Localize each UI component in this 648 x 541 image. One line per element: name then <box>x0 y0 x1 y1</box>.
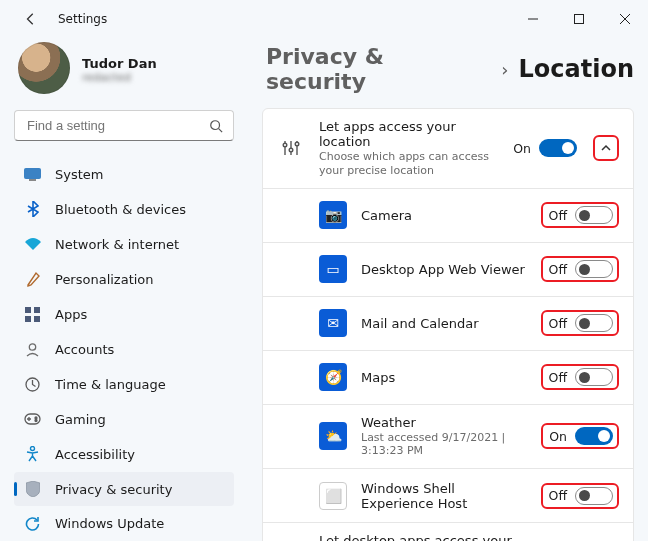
collapse-button[interactable] <box>593 135 619 161</box>
sidebar-item-label: Personalization <box>55 272 154 287</box>
app-name: Mail and Calendar <box>361 316 527 331</box>
row-let-apps-access-location: Let apps access your locationChoose whic… <box>263 109 633 188</box>
row-desktop-app-web-viewer: ▭Desktop App Web ViewerOff <box>263 242 633 296</box>
svg-rect-2 <box>25 168 41 178</box>
app-subtitle: Last accessed 9/17/2021 | 3:13:23 PM <box>361 431 527 459</box>
location-apps-panel: Let apps access your locationChoose whic… <box>262 108 634 541</box>
page-title: Location <box>519 55 634 83</box>
header-subtitle: Choose which apps can access your precis… <box>319 150 491 178</box>
update-icon <box>24 515 41 532</box>
sidebar-item-bluetooth[interactable]: Bluetooth & devices <box>14 192 234 226</box>
titlebar: Settings <box>0 0 648 38</box>
row-camera: 📷CameraOff <box>263 188 633 242</box>
camera-toggle-label: Off <box>547 208 567 223</box>
desktop-app-web-viewer-icon: ▭ <box>319 255 347 283</box>
privacy-icon <box>24 481 41 498</box>
sidebar-item-privacy[interactable]: Privacy & security <box>14 472 234 506</box>
row-mail-and-calendar: ✉Mail and CalendarOff <box>263 296 633 350</box>
sidebar-item-network[interactable]: Network & internet <box>14 227 234 261</box>
app-name: Desktop App Web Viewer <box>361 262 527 277</box>
svg-rect-5 <box>34 307 40 313</box>
svg-rect-7 <box>34 316 40 322</box>
main-content: Privacy & security › Location Let apps a… <box>248 38 648 541</box>
header-toggle-label: On <box>511 141 531 156</box>
windows-shell-experience-host-toggle[interactable] <box>575 487 613 505</box>
app-name: Camera <box>361 208 527 223</box>
sidebar-nav: SystemBluetooth & devicesNetwork & inter… <box>14 157 234 541</box>
sidebar-item-time[interactable]: Time & language <box>14 367 234 401</box>
desktop-app-web-viewer-toggle[interactable] <box>575 260 613 278</box>
sidebar-item-label: Privacy & security <box>55 482 172 497</box>
breadcrumb-separator: › <box>501 59 508 80</box>
row-let-desktop-apps-access-location: Let desktop apps access your locationDes… <box>263 522 633 541</box>
windows-shell-experience-host-toggle-group: Off <box>541 483 619 509</box>
svg-point-1 <box>211 120 220 129</box>
maps-toggle-group: Off <box>541 364 619 390</box>
windows-shell-experience-host-icon: ⬜ <box>319 482 347 510</box>
svg-point-8 <box>29 343 35 349</box>
windows-shell-experience-host-toggle-label: Off <box>547 488 567 503</box>
profile-name: Tudor Dan <box>82 56 182 71</box>
sidebar-item-personal[interactable]: Personalization <box>14 262 234 296</box>
mail-and-calendar-toggle[interactable] <box>575 314 613 332</box>
app-name: Maps <box>361 370 527 385</box>
sidebar-item-label: Windows Update <box>55 516 164 531</box>
apps-icon <box>24 306 41 323</box>
weather-toggle[interactable] <box>575 427 613 445</box>
header-title: Let apps access your location <box>319 119 491 149</box>
sidebar: Tudor Dan redacted SystemBluetooth & dev… <box>0 38 248 541</box>
camera-toggle[interactable] <box>575 206 613 224</box>
sidebar-item-gaming[interactable]: Gaming <box>14 402 234 436</box>
sidebar-item-label: System <box>55 167 103 182</box>
sidebar-item-update[interactable]: Windows Update <box>14 507 234 541</box>
network-icon <box>24 236 41 253</box>
mail-and-calendar-icon: ✉ <box>319 309 347 337</box>
profile-subtitle: redacted <box>82 71 182 81</box>
row-windows-shell-experience-host: ⬜Windows Shell Experience HostOff <box>263 468 633 522</box>
accessibility-icon <box>24 446 41 463</box>
svg-rect-6 <box>25 316 31 322</box>
mail-and-calendar-toggle-group: Off <box>541 310 619 336</box>
close-button[interactable] <box>602 0 648 38</box>
app-name: Weather <box>361 415 527 430</box>
sidebar-item-accessibility[interactable]: Accessibility <box>14 437 234 471</box>
desktop-app-web-viewer-toggle-group: Off <box>541 256 619 282</box>
profile-block[interactable]: Tudor Dan redacted <box>14 38 234 108</box>
svg-rect-0 <box>575 15 584 24</box>
sidebar-item-label: Network & internet <box>55 237 179 252</box>
maps-icon: 🧭 <box>319 363 347 391</box>
sidebar-item-system[interactable]: System <box>14 157 234 191</box>
sliders-icon <box>277 134 305 162</box>
svg-point-11 <box>35 417 37 419</box>
maps-toggle[interactable] <box>575 368 613 386</box>
minimize-button[interactable] <box>510 0 556 38</box>
time-icon <box>24 376 41 393</box>
search-input[interactable] <box>25 117 195 134</box>
header-toggle-group: On <box>505 135 583 161</box>
weather-icon: ⛅ <box>319 422 347 450</box>
svg-point-16 <box>295 142 299 146</box>
sidebar-item-accounts[interactable]: Accounts <box>14 332 234 366</box>
system-icon <box>24 166 41 183</box>
svg-point-12 <box>35 420 37 422</box>
sidebar-item-label: Time & language <box>55 377 166 392</box>
camera-icon: 📷 <box>319 201 347 229</box>
maximize-button[interactable] <box>556 0 602 38</box>
personal-icon <box>24 271 41 288</box>
search-icon <box>209 119 223 133</box>
bluetooth-icon <box>24 201 41 218</box>
sidebar-item-label: Apps <box>55 307 87 322</box>
footer-title: Let desktop apps access your location <box>319 533 527 541</box>
header-toggle[interactable] <box>539 139 577 157</box>
back-button[interactable] <box>22 10 40 28</box>
desktop-app-web-viewer-toggle-label: Off <box>547 262 567 277</box>
svg-point-15 <box>289 148 293 152</box>
camera-toggle-group: Off <box>541 202 619 228</box>
sidebar-item-apps[interactable]: Apps <box>14 297 234 331</box>
row-maps: 🧭MapsOff <box>263 350 633 404</box>
weather-toggle-group: On <box>541 423 619 449</box>
mail-and-calendar-toggle-label: Off <box>547 316 567 331</box>
svg-point-13 <box>31 447 35 451</box>
search-box[interactable] <box>14 110 234 141</box>
breadcrumb-parent[interactable]: Privacy & security <box>266 44 491 94</box>
